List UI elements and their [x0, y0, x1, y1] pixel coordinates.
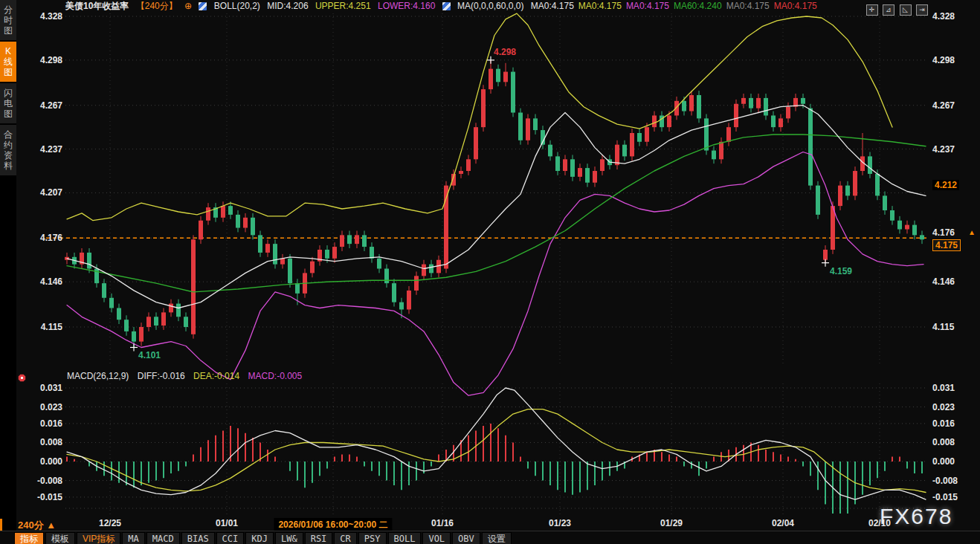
- macd-diff-value: DIFF:-0.016: [138, 371, 185, 381]
- ma-value: MA0:4.175: [578, 1, 622, 11]
- axis-tick: -0.008: [932, 476, 958, 486]
- price-extreme-label: 4.298: [494, 47, 516, 57]
- add-indicator-icon[interactable]: ⊕: [184, 1, 192, 11]
- axis-tick: 0.023: [932, 402, 955, 412]
- indicator-chip-icon: [199, 2, 207, 10]
- axis-tick: 4.115: [0, 322, 62, 332]
- ma-value: MA60:4.240: [674, 1, 722, 11]
- boll-upper-value: UPPER:4.251: [315, 1, 371, 11]
- axis-tick: 4.212: [932, 180, 959, 190]
- axis-tick: 4.176: [0, 233, 62, 243]
- macd-title: MACD(26,12,9): [67, 371, 129, 381]
- axis-tick: -0.008: [0, 476, 62, 486]
- macd-dea-value: DEA:-0.014: [193, 371, 239, 381]
- date-tick: 01/01: [216, 518, 238, 528]
- axis-tick: 0.000: [932, 456, 955, 467]
- toolbar-button--[interactable]: 模板: [45, 532, 75, 544]
- price-up-arrow-icon: ▲: [968, 228, 976, 236]
- bottom-toolbar: 指标模板VIP指标MAMACDBIASCCIKDJLW&RSICRPSYBOLL…: [0, 531, 980, 544]
- axis-tick: 0.000: [0, 456, 62, 467]
- toolbar-button-obv[interactable]: OBV: [452, 532, 480, 544]
- axis-tick: -0.015: [932, 492, 958, 502]
- toolbar-button--[interactable]: 指标: [14, 532, 44, 544]
- ma-value: MA0:4.175: [626, 1, 669, 11]
- axis-tick: 0.008: [932, 437, 955, 447]
- move-icon[interactable]: ✛: [866, 4, 878, 16]
- chart-application: { "header": { "symbol": "美债10年收益率", "per…: [0, 0, 980, 544]
- hot-marker-icon: [18, 374, 26, 382]
- ma-values: MA0:4.175MA0:4.175MA0:4.175MA60:4.240MA0…: [531, 1, 822, 11]
- price-extreme-label: 4.159: [830, 266, 852, 276]
- axis-tick: 4.298: [0, 55, 62, 65]
- zoom-out-range-icon[interactable]: ◺: [900, 4, 912, 16]
- toolbar-button-macd[interactable]: MACD: [146, 532, 180, 544]
- period-badge: 【240分】: [136, 1, 178, 11]
- macd-macd-value: MACD:-0.005: [248, 371, 302, 381]
- toolbar-button-cr[interactable]: CR: [334, 532, 356, 544]
- toolbar-button-kdj[interactable]: KDJ: [245, 532, 274, 544]
- axis-tick: 4.146: [0, 276, 62, 287]
- toolbar-button-bias[interactable]: BIAS: [181, 532, 215, 544]
- axis-tick: 4.175: [932, 239, 961, 251]
- toolbar-button-lw-[interactable]: LW&: [275, 532, 303, 544]
- axis-tick: 0.008: [0, 437, 62, 447]
- window-controls: ✛ ⊿ ◺ ⇥: [865, 1, 928, 16]
- chart-header: 美债10年收益率 【240分】 ⊕ BOLL(20,2) MID:4.206 U…: [65, 1, 826, 13]
- price-extreme-label: 4.101: [138, 350, 161, 360]
- axis-tick: 4.237: [932, 144, 955, 155]
- axis-tick: 0.016: [932, 418, 955, 429]
- pan-right-icon[interactable]: ⇥: [916, 4, 928, 16]
- date-tick: 12/25: [99, 518, 121, 528]
- boll-label: BOLL(20,2): [214, 1, 260, 11]
- fx678-watermark: FX678: [880, 504, 952, 529]
- ma-value: MA0:4.175: [531, 1, 574, 11]
- toolbar-button--[interactable]: 设置: [482, 532, 512, 544]
- ma-value: MA0:4.175: [726, 1, 770, 11]
- ma-value: MA0:4.175: [774, 1, 817, 11]
- toolbar-button-vip-[interactable]: VIP指标: [77, 532, 120, 544]
- axis-tick: 4.267: [0, 100, 62, 111]
- axis-tick: 0.023: [0, 402, 62, 412]
- toolbar-button-psy[interactable]: PSY: [358, 532, 387, 544]
- date-tick: 01/23: [549, 518, 571, 528]
- axis-tick: 4.328: [932, 11, 955, 22]
- axis-tick: 0.031: [932, 383, 955, 393]
- axis-tick: 0.031: [0, 383, 62, 393]
- toolbar-button-boll[interactable]: BOLL: [388, 532, 422, 544]
- boll-mid-value: MID:4.206: [267, 1, 308, 11]
- zoom-range-icon[interactable]: ⊿: [883, 4, 894, 16]
- toolbar-button-rsi[interactable]: RSI: [305, 532, 333, 544]
- axis-tick: 4.176: [932, 227, 955, 238]
- axis-tick: 4.237: [0, 144, 62, 155]
- axis-tick: 4.207: [0, 187, 62, 198]
- date-tick: 02/04: [772, 518, 794, 528]
- toolbar-button-ma[interactable]: MA: [122, 532, 144, 544]
- macd-header: MACD(26,12,9) DIFF:-0.016 DEA:-0.014 MAC…: [67, 371, 308, 381]
- axis-tick: 4.298: [932, 55, 955, 65]
- axis-tick: -0.015: [0, 492, 62, 502]
- ma-label: MA(0,0,0,60,0,0): [457, 1, 523, 11]
- date-tick: 01/29: [660, 518, 683, 528]
- axis-tick: 4.328: [0, 11, 62, 22]
- toolbar-button-cci[interactable]: CCI: [216, 532, 245, 544]
- boll-lower-value: LOWER:4.160: [378, 1, 435, 11]
- axis-tick: 4.267: [932, 100, 955, 111]
- indicator-chip-icon: [442, 2, 451, 10]
- axis-tick: 0.016: [0, 418, 62, 429]
- axis-tick: 4.146: [932, 276, 955, 287]
- symbol-title: 美债10年收益率: [65, 1, 129, 11]
- toolbar-button-vol[interactable]: VOL: [422, 532, 451, 544]
- axis-tick: 4.115: [932, 322, 954, 332]
- date-tick: 01/16: [431, 518, 454, 528]
